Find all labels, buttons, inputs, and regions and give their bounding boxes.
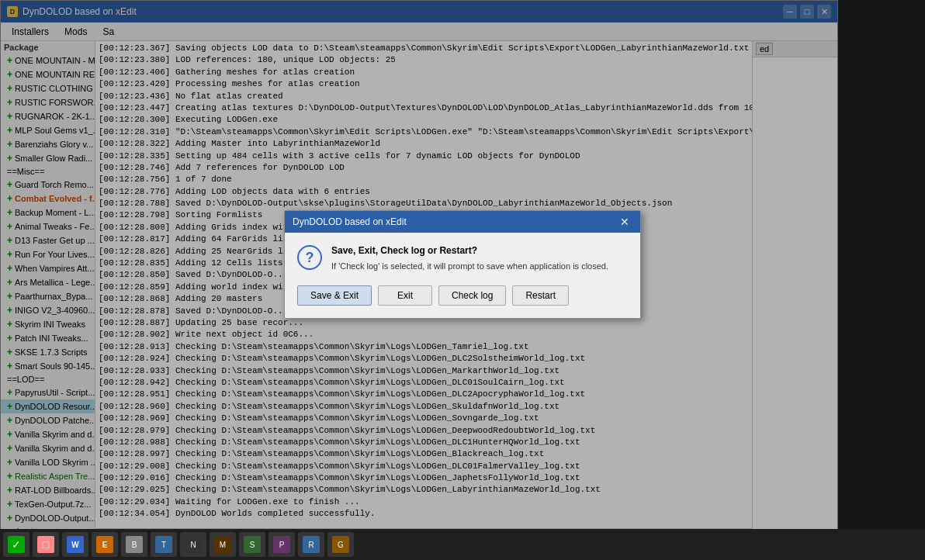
p-icon: P: [273, 536, 290, 553]
restart-button[interactable]: Restart: [512, 285, 569, 306]
taskbar-m[interactable]: M: [210, 532, 236, 557]
taskbar-check[interactable]: ✓: [3, 532, 29, 557]
b-icon: B: [126, 536, 143, 553]
modal-overlay: DynDOLOD based on xEdit ✕ ? Save, Exit, …: [0, 0, 925, 529]
s-icon: S: [244, 536, 261, 553]
taskbar-box[interactable]: □: [33, 532, 59, 557]
taskbar-t[interactable]: T: [151, 532, 177, 557]
modal-text: Save, Exit, Check log or Restart? If 'Ch…: [331, 245, 608, 272]
modal-dialog: DynDOLOD based on xEdit ✕ ? Save, Exit, …: [284, 210, 641, 318]
taskbar-wrye[interactable]: W: [62, 532, 88, 557]
check-log-button[interactable]: Check log: [438, 285, 506, 306]
modal-close-button[interactable]: ✕: [617, 216, 632, 228]
box-icon: □: [37, 536, 54, 553]
modal-question-icon: ?: [297, 245, 322, 270]
g-icon: G: [332, 536, 349, 553]
m-icon: M: [214, 536, 231, 553]
modal-heading: Save, Exit, Check log or Restart?: [331, 245, 608, 256]
modal-buttons: Save & Exit Exit Check log Restart: [285, 285, 640, 318]
taskbar: ✓ □ W E B T N M S P R G: [0, 529, 925, 560]
save-exit-button[interactable]: Save & Exit: [297, 285, 372, 306]
r-icon: R: [303, 536, 320, 553]
exit-button[interactable]: Exit: [378, 285, 432, 306]
taskbar-n[interactable]: N: [180, 532, 206, 557]
taskbar-b[interactable]: B: [121, 532, 147, 557]
taskbar-g[interactable]: G: [327, 532, 354, 557]
taskbar-s[interactable]: S: [239, 532, 265, 557]
modal-title-bar: DynDOLOD based on xEdit ✕: [285, 211, 640, 233]
edit-icon: E: [96, 536, 113, 553]
taskbar-r[interactable]: R: [298, 532, 324, 557]
modal-body-text: If 'Check log' is selected, it will prom…: [331, 261, 608, 272]
modal-title-text: DynDOLOD based on xEdit: [293, 216, 407, 227]
taskbar-p[interactable]: P: [268, 532, 295, 557]
taskbar-edit[interactable]: E: [92, 532, 118, 557]
n-icon: N: [185, 536, 202, 553]
t-icon: T: [155, 536, 172, 553]
wrye-icon: W: [67, 536, 84, 553]
modal-body: ? Save, Exit, Check log or Restart? If '…: [285, 233, 640, 285]
check-icon: ✓: [8, 536, 25, 553]
